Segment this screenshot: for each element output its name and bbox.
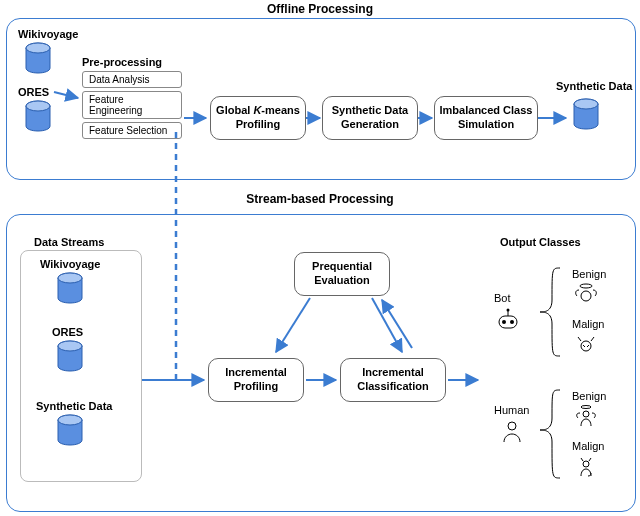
offline-title: Offline Processing xyxy=(230,2,410,16)
malign-label: Malign xyxy=(572,318,604,330)
svg-point-17 xyxy=(508,422,516,430)
devil-bot-icon xyxy=(574,332,598,356)
ds-synth-label: Synthetic Data xyxy=(36,400,112,412)
svg-point-19 xyxy=(581,291,591,301)
svg-point-23 xyxy=(583,461,589,467)
wikivoyage-label: Wikivoyage xyxy=(18,28,78,40)
human-label: Human xyxy=(494,404,529,416)
db-icon xyxy=(56,272,84,306)
human-icon xyxy=(498,418,526,446)
svg-point-18 xyxy=(580,284,592,288)
preprocessing-block: Pre-processing Data Analysis Feature Eng… xyxy=(82,56,182,142)
svg-point-5 xyxy=(574,99,598,109)
robot-icon xyxy=(494,306,522,334)
svg-rect-12 xyxy=(499,316,517,328)
benign-label-human: Benign xyxy=(572,390,606,402)
incclass-box: Incremental Classification xyxy=(340,358,446,402)
kmeans-box: Global K-meansProfiling xyxy=(210,96,306,140)
db-icon xyxy=(572,98,600,132)
svg-point-13 xyxy=(502,320,506,324)
imbal-box: Imbalanced Class Simulation xyxy=(434,96,538,140)
svg-point-22 xyxy=(583,411,589,417)
svg-point-21 xyxy=(581,406,591,409)
svg-point-14 xyxy=(510,320,514,324)
svg-point-7 xyxy=(58,273,82,283)
db-icon xyxy=(56,414,84,448)
benign-label: Benign xyxy=(572,268,606,280)
preproc-feature-selection: Feature Selection xyxy=(82,122,182,139)
prequential-box: Prequential Evaluation xyxy=(294,252,390,296)
ds-ores-label: ORES xyxy=(52,326,83,338)
ds-wikivoyage-label: Wikivoyage xyxy=(40,258,100,270)
incprof-box: Incremental Profiling xyxy=(208,358,304,402)
svg-point-9 xyxy=(58,341,82,351)
db-icon xyxy=(56,340,84,374)
db-icon xyxy=(24,42,52,76)
data-streams-header: Data Streams xyxy=(34,236,104,248)
svg-point-16 xyxy=(507,309,510,312)
preproc-feature-engineering: Feature Engineering xyxy=(82,91,182,119)
db-icon xyxy=(24,100,52,134)
angel-bot-icon xyxy=(574,282,598,306)
output-header: Output Classes xyxy=(500,236,581,248)
preproc-data-analysis: Data Analysis xyxy=(82,71,182,88)
angel-human-icon xyxy=(574,404,598,428)
ores-label: ORES xyxy=(18,86,49,98)
malign-label-human: Malign xyxy=(572,440,604,452)
bot-label: Bot xyxy=(494,292,511,304)
svg-point-1 xyxy=(26,43,50,53)
preprocessing-header: Pre-processing xyxy=(82,56,182,68)
svg-point-20 xyxy=(581,341,591,351)
devil-human-icon xyxy=(574,454,598,478)
svg-point-3 xyxy=(26,101,50,111)
stream-title: Stream-based Processing xyxy=(210,192,430,206)
synth-out-label: Synthetic Data xyxy=(556,80,636,92)
synthgen-box: Synthetic Data Generation xyxy=(322,96,418,140)
svg-point-11 xyxy=(58,415,82,425)
